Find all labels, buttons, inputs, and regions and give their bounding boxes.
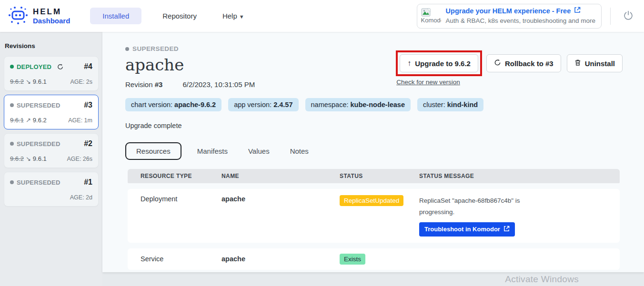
revision-card-4[interactable]: DEPLOYED #4 9.6.2 ↘ 9.6.1 AGE: 2s (4, 56, 99, 91)
status-dot (125, 47, 129, 51)
status-badge: Exists (340, 254, 365, 265)
tab-resources[interactable]: Resources (125, 142, 181, 160)
tab-manifests[interactable]: Manifests (190, 143, 235, 159)
uninstall-button[interactable]: Uninstall (567, 54, 623, 72)
rollback-icon (494, 59, 501, 68)
banner-subtitle: Auth & RBAC, k8s events, troubleshooting… (446, 16, 595, 26)
status-message: ReplicaSet "apache-68fb867c4b" is progre… (419, 195, 620, 218)
resource-type: Deployment (141, 195, 221, 203)
revision-number: #1 (84, 178, 92, 187)
col-name: NAME (221, 169, 340, 183)
revisions-sidebar: Revisions DEPLOYED #4 9.6.2 ↘ 9.6.1 (0, 32, 102, 286)
trash-icon (574, 59, 581, 68)
old-version: 9.6.2 (10, 78, 24, 85)
resource-name: apache (221, 195, 340, 203)
release-detail-panel: SUPERSEDED apache Revision #3 6/2/2023, … (102, 32, 644, 272)
external-link-icon (574, 6, 581, 16)
revision-number: #4 (84, 62, 92, 71)
old-version: 9.6.2 (10, 155, 24, 162)
power-icon (623, 10, 634, 22)
release-badges: chart version: apache-9.6.2 app version:… (125, 98, 644, 111)
banner-title[interactable]: Upgrade your HELM experience - Free (446, 6, 571, 16)
detail-tabs: Resources Manifests Values Notes (125, 142, 644, 160)
komodor-image-alt: Komodor (421, 17, 441, 24)
app-version-badge: app version: 2.4.57 (228, 98, 298, 111)
main-area: SUPERSEDED apache Revision #3 6/2/2023, … (102, 32, 644, 286)
revision-number: #2 (84, 139, 92, 148)
upgrade-button[interactable]: ↑ Upgrade to 9.6.2 (400, 54, 478, 72)
top-bar: HELM Dashboard Installed Repository Help… (0, 0, 644, 32)
komodor-broken-image: Komodor (421, 8, 441, 24)
revision-status: SUPERSEDED (10, 140, 60, 148)
chevron-down-icon: ▼ (239, 14, 244, 20)
annotation-highlight-box: ↑ Upgrade to 9.6.2 (396, 50, 482, 76)
downgrade-arrow-icon: ↘ (26, 155, 31, 162)
helm-robot-icon (8, 5, 29, 28)
status-dot (10, 103, 14, 107)
logo-subtitle: Dashboard (33, 17, 70, 25)
resources-table: RESOURCE TYPE NAME STATUS STATUS MESSAGE… (128, 169, 620, 270)
chart-version-badge: chart version: apache-9.6.2 (125, 98, 221, 111)
nav-tab-repository[interactable]: Repository (158, 8, 201, 24)
troubleshoot-button[interactable]: Troubleshoot in Komodor (419, 222, 515, 237)
table-header: RESOURCE TYPE NAME STATUS STATUS MESSAGE (128, 169, 620, 183)
revision-card-1[interactable]: SUPERSEDED #1 AGE: 2d (4, 172, 99, 207)
resource-type: Service (141, 255, 221, 263)
upgrade-arrow-icon: ↗ (26, 117, 31, 124)
col-status-message: STATUS MESSAGE (419, 169, 620, 183)
status-dot (10, 65, 14, 69)
new-version: 9.6.1 (33, 78, 47, 85)
revision-age: AGE: 26s (67, 156, 93, 162)
downgrade-arrow-icon: ↘ (26, 78, 31, 85)
cluster-badge: cluster: kind-kind (417, 98, 483, 111)
table-row: Service apache Exists (128, 248, 620, 270)
status-badge: ReplicaSetUpdated (340, 195, 403, 206)
tab-values[interactable]: Values (241, 143, 277, 159)
revision-card-3[interactable]: SUPERSEDED #3 9.6.1 ↗ 9.6.2 AGE: 1m (4, 95, 99, 129)
revision-number: #3 (84, 101, 92, 109)
logo-title: HELM (33, 7, 70, 17)
status-dot (10, 142, 14, 146)
komodor-upgrade-banner[interactable]: Komodor Upgrade your HELM experience - F… (417, 4, 602, 29)
new-version: 9.6.2 (33, 117, 47, 124)
revision-card-2[interactable]: SUPERSEDED #2 9.6.2 ↘ 9.6.1 AGE: 26s (4, 133, 99, 168)
col-resource-type: RESOURCE TYPE (141, 169, 221, 183)
new-version: 9.6.1 (33, 155, 47, 162)
revision-status: DEPLOYED (10, 63, 63, 70)
revision-age: AGE: 2s (70, 79, 92, 85)
main-nav: Installed Repository Help▼ (90, 8, 249, 24)
rollback-button[interactable]: Rollback to #3 (486, 54, 561, 72)
namespace-badge: namespace: kube-node-lease (305, 98, 411, 111)
revision-status: SUPERSEDED (10, 102, 60, 109)
release-actions: ↑ Upgrade to 9.6.2 Check for new version… (396, 50, 623, 86)
header-divider (610, 8, 611, 25)
reconfigure-icon (57, 64, 63, 70)
resource-name: apache (221, 255, 340, 263)
status-dot (10, 180, 14, 184)
helm-dashboard-logo[interactable]: HELM Dashboard (8, 5, 70, 28)
check-new-version-link[interactable]: Check for new version (396, 79, 482, 86)
revision-age: AGE: 1m (68, 117, 92, 124)
up-arrow-icon: ↑ (407, 59, 411, 68)
revision-label: Revision #3 (125, 80, 162, 89)
revision-status: SUPERSEDED (10, 179, 60, 186)
revisions-heading: Revisions (5, 42, 99, 49)
external-link-icon (503, 226, 510, 233)
activate-windows-watermark: Activate Windows (505, 274, 579, 285)
table-row: Deployment apache ReplicaSetUpdated Repl… (128, 189, 620, 243)
release-status-text: Upgrade complete (125, 122, 644, 129)
tab-notes[interactable]: Notes (283, 143, 316, 159)
revision-date: 6/2/2023, 10:31:05 PM (182, 80, 255, 89)
col-status: STATUS (340, 169, 419, 183)
revision-age: AGE: 2d (70, 194, 92, 201)
shutdown-button[interactable] (619, 8, 637, 24)
nav-menu-help[interactable]: Help▼ (218, 8, 249, 24)
nav-tab-installed[interactable]: Installed (90, 8, 141, 24)
old-version: 9.6.1 (10, 117, 24, 124)
